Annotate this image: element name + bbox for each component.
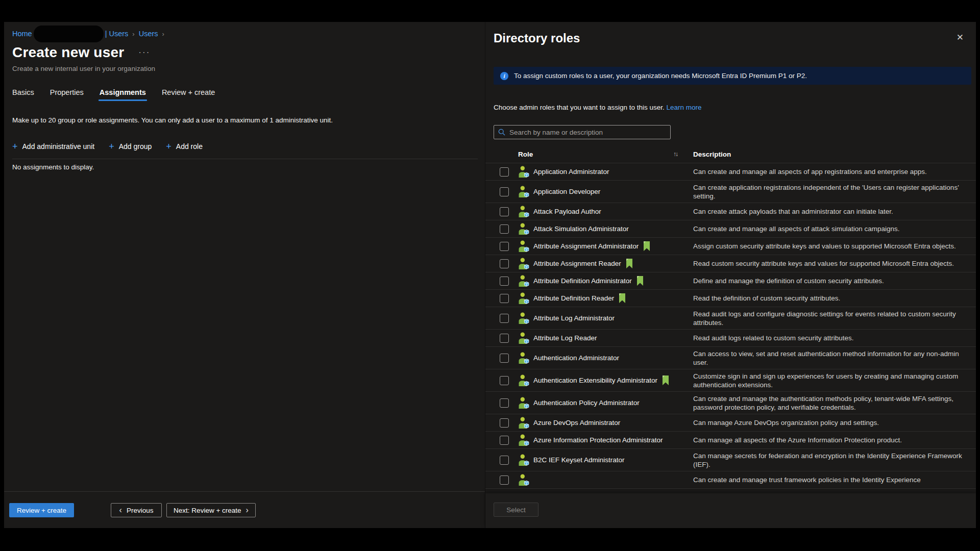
sort-icon[interactable]: ↑↓ (673, 151, 677, 158)
search-input[interactable] (494, 125, 671, 139)
user-role-icon (518, 352, 529, 364)
previous-button[interactable]: ‹ Previous (111, 503, 162, 517)
breadcrumb-users-link[interactable]: Users (139, 30, 158, 38)
role-checkbox[interactable] (500, 475, 509, 485)
wizard-footer: Review + create ‹ Previous Next: Review … (4, 491, 485, 528)
user-role-icon (518, 474, 529, 486)
panel-title: Directory roles (494, 31, 580, 45)
role-description: Can manage secrets for federation and en… (693, 452, 976, 469)
role-description: Can create and manage all aspects of app… (693, 167, 976, 176)
select-button[interactable]: Select (494, 503, 538, 517)
role-name: Attack Payload Author (533, 208, 601, 215)
role-name: B2C IEF Keyset Administrator (533, 456, 625, 464)
role-description: Can create and manage trust framework po… (693, 475, 976, 484)
role-row: Attribute Log Administrator Read audit l… (485, 307, 976, 330)
role-checkbox[interactable] (500, 294, 509, 303)
info-icon: i (500, 72, 508, 80)
role-description: Can access to view, set and reset authen… (693, 349, 976, 367)
role-checkbox[interactable] (500, 259, 509, 268)
role-name: Authentication Administrator (533, 354, 619, 362)
bookmark-icon (619, 293, 625, 303)
role-description: Can create and manage all aspects of att… (693, 224, 976, 233)
role-checkbox[interactable] (500, 277, 509, 286)
assignment-actions: + Add administrative unit + Add group + … (12, 142, 203, 151)
add-group-label: Add group (119, 142, 152, 151)
tab-review-create[interactable]: Review + create (162, 88, 215, 101)
breadcrumb-home-link[interactable]: Home (12, 30, 32, 38)
user-role-icon (518, 166, 529, 178)
role-checkbox[interactable] (500, 167, 509, 177)
role-checkbox[interactable] (500, 418, 509, 428)
add-administrative-unit-label: Add administrative unit (22, 142, 95, 151)
role-checkbox[interactable] (500, 242, 509, 251)
role-row: Attack Payload Author Can create attack … (485, 203, 976, 220)
role-name: Authentication Extensibility Administrat… (533, 377, 657, 384)
bookmark-icon (626, 259, 632, 268)
role-row: Authentication Administrator Can access … (485, 347, 976, 369)
role-row: Can create and manage trust framework po… (485, 471, 976, 489)
tab-basics[interactable]: Basics (12, 88, 34, 101)
role-name: Azure DevOps Administrator (533, 419, 620, 427)
page-subtitle: Create a new internal user in your organ… (12, 65, 155, 72)
user-role-icon (518, 206, 529, 218)
role-description: Can create application registrations ind… (693, 183, 976, 201)
user-role-icon (518, 454, 529, 466)
role-checkbox[interactable] (500, 354, 509, 363)
role-description: Can create and manage the authentication… (693, 394, 976, 412)
role-row: Attribute Log Reader Read audit logs rel… (485, 330, 976, 347)
breadcrumb-tenant-users-link[interactable]: | Users (105, 30, 129, 38)
portal-content: Home | Users › Users › Create new user ·… (4, 22, 976, 528)
role-row: Azure Information Protection Administrat… (485, 432, 976, 449)
role-checkbox[interactable] (500, 456, 509, 465)
tab-assignments[interactable]: Assignments (100, 88, 146, 101)
next-review-create-button[interactable]: Next: Review + create › (166, 503, 256, 517)
info-banner-text: To assign custom roles to a user, your o… (514, 72, 807, 80)
role-checkbox[interactable] (500, 187, 509, 196)
role-column-header[interactable]: Role (518, 151, 533, 158)
role-checkbox[interactable] (500, 436, 509, 445)
role-name: Application Developer (533, 188, 600, 195)
learn-more-link[interactable]: Learn more (666, 104, 701, 111)
role-description: Assign custom security attribute keys an… (693, 242, 976, 251)
plus-icon: + (109, 143, 114, 150)
add-role-label: Add role (176, 142, 203, 151)
role-checkbox[interactable] (500, 334, 509, 343)
user-role-icon (518, 223, 529, 235)
role-description: Define and manage the definition of cust… (693, 277, 976, 285)
user-role-icon (518, 374, 529, 387)
tab-properties[interactable]: Properties (50, 88, 84, 101)
panel-instruction: Choose admin roles that you want to assi… (494, 104, 702, 111)
redacted-breadcrumb-segment (34, 26, 104, 42)
role-name: Attribute Definition Administrator (533, 277, 632, 285)
review-create-button[interactable]: Review + create (9, 503, 74, 517)
role-checkbox[interactable] (500, 224, 509, 234)
user-role-icon (518, 312, 529, 324)
role-name: Authentication Policy Administrator (533, 399, 640, 407)
role-description: Read the definition of custom security a… (693, 294, 976, 303)
role-row: Attack Simulation Administrator Can crea… (485, 220, 976, 238)
user-role-icon (518, 434, 529, 446)
roles-list: Application Administrator Can create and… (485, 163, 976, 493)
user-role-icon (518, 258, 529, 270)
role-checkbox[interactable] (500, 398, 509, 408)
add-role-button[interactable]: + Add role (166, 142, 203, 151)
breadcrumb: Home | Users › Users › (12, 25, 168, 42)
bookmark-icon (663, 375, 669, 385)
role-checkbox[interactable] (500, 314, 509, 323)
role-row: Attribute Definition Reader Read the def… (485, 290, 976, 307)
role-name: Attribute Assignment Reader (533, 260, 621, 267)
add-administrative-unit-button[interactable]: + Add administrative unit (12, 142, 94, 151)
close-icon[interactable]: ✕ (957, 32, 964, 43)
add-group-button[interactable]: + Add group (109, 142, 152, 151)
chevron-right-icon: › (246, 507, 249, 513)
instruction-text: Choose admin roles that you want to assi… (494, 104, 665, 111)
role-description: Read custom security attribute keys and … (693, 259, 976, 268)
more-options-icon[interactable]: ··· (138, 47, 150, 58)
search-icon (498, 129, 505, 136)
chevron-left-icon: ‹ (119, 507, 122, 513)
role-checkbox[interactable] (500, 376, 509, 385)
role-name: Azure Information Protection Administrat… (533, 436, 663, 444)
wizard-tabs: Basics Properties Assignments Review + c… (12, 88, 215, 101)
role-checkbox[interactable] (500, 207, 509, 216)
roles-table-header: Role ↑↓ Description (485, 146, 976, 163)
